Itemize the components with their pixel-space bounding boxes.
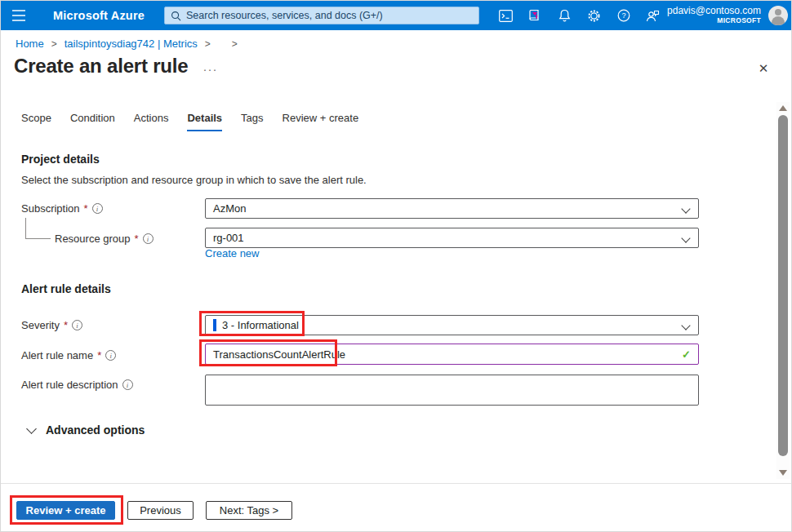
tab-actions[interactable]: Actions	[134, 112, 169, 131]
subscription-value: AzMon	[213, 202, 246, 215]
severity-color-bar-icon	[213, 319, 216, 331]
notifications-bell-icon[interactable]	[556, 7, 573, 24]
breadcrumb-separator: >	[51, 38, 57, 50]
hamburger-menu-icon[interactable]	[1, 1, 37, 30]
breadcrumb-separator: >	[205, 38, 211, 50]
help-icon[interactable]: ?	[615, 7, 632, 24]
top-bar: Microsoft Azure ?	[1, 1, 792, 30]
project-details-description: Select the subscription and resource gro…	[21, 174, 367, 186]
topbar-icon-group: ?	[497, 7, 661, 24]
info-icon[interactable]: i	[92, 203, 103, 214]
feedback-icon[interactable]	[644, 7, 661, 24]
alert-rule-name-label: Alert rule name * i	[21, 349, 116, 361]
alert-rule-details-heading: Alert rule details	[21, 282, 111, 295]
info-icon[interactable]: i	[143, 233, 154, 244]
chevron-down-icon	[681, 233, 690, 242]
user-email: pdavis@contoso.com	[667, 6, 761, 17]
resource-group-dropdown[interactable]: rg-001	[205, 228, 699, 248]
page-title: Create an alert rule	[14, 55, 188, 78]
subscription-dropdown[interactable]: AzMon	[205, 198, 699, 219]
azure-portal-window: Microsoft Azure ?	[0, 0, 792, 532]
chevron-down-icon	[681, 321, 690, 330]
alert-rule-description-input[interactable]	[205, 375, 699, 406]
scrollbar-thumb[interactable]	[778, 115, 788, 456]
cloud-shell-icon[interactable]	[497, 7, 514, 24]
search-icon	[171, 11, 181, 21]
info-icon[interactable]: i	[122, 379, 133, 390]
indent-connector	[25, 238, 51, 239]
project-details-heading: Project details	[21, 153, 100, 166]
resource-group-value: rg-001	[213, 232, 244, 244]
global-search-box[interactable]	[164, 7, 479, 24]
alert-rule-description-label: Alert rule description i	[21, 379, 133, 391]
account-info[interactable]: pdavis@contoso.com MICROSOFT	[667, 6, 761, 25]
scroll-up-arrow-icon[interactable]	[779, 105, 787, 111]
valid-checkmark-icon: ✓	[682, 348, 691, 361]
settings-gear-icon[interactable]	[585, 7, 603, 24]
next-tags-button[interactable]: Next: Tags >	[206, 501, 292, 520]
required-asterisk: *	[84, 202, 88, 215]
breadcrumb-separator: >	[232, 38, 238, 50]
breadcrumb-metrics-link[interactable]: tailspintoysdiag742 | Metrics	[65, 38, 198, 50]
chevron-down-icon	[681, 204, 690, 213]
tab-scope[interactable]: Scope	[21, 112, 51, 131]
breadcrumb: Home > tailspintoysdiag742 | Metrics > >	[16, 38, 238, 50]
alert-rule-name-value: TransactionsCountAlertRule	[213, 348, 345, 361]
avatar[interactable]	[768, 6, 788, 25]
scroll-down-arrow-icon[interactable]	[779, 470, 787, 476]
svg-text:?: ?	[621, 11, 625, 20]
advanced-options-label: Advanced options	[46, 423, 145, 437]
previous-button[interactable]: Previous	[127, 501, 194, 520]
directory-filter-icon[interactable]	[527, 7, 544, 24]
breadcrumb-home-link[interactable]: Home	[16, 38, 44, 50]
required-asterisk: *	[64, 319, 68, 331]
vertical-scrollbar[interactable]	[776, 102, 790, 479]
info-icon[interactable]: i	[105, 350, 116, 361]
required-asterisk: *	[135, 233, 139, 245]
microsoft-azure-logo[interactable]: Microsoft Azure	[53, 9, 145, 22]
tab-details[interactable]: Details	[187, 112, 222, 131]
tab-review-create[interactable]: Review + create	[283, 112, 359, 131]
severity-value: 3 - Informational	[222, 319, 299, 331]
chevron-down-icon	[26, 423, 37, 434]
wizard-tabs: Scope Condition Actions Details Tags Rev…	[21, 112, 358, 131]
subscription-label: Subscription * i	[21, 202, 103, 215]
resource-group-label: Resource group * i	[55, 233, 154, 245]
create-new-link[interactable]: Create new	[205, 247, 259, 259]
tab-condition[interactable]: Condition	[70, 112, 115, 131]
footer-divider	[1, 483, 792, 484]
more-options-ellipsis-icon[interactable]: ···	[202, 62, 217, 76]
tab-tags[interactable]: Tags	[241, 112, 263, 131]
user-organization: MICROSOFT	[667, 17, 761, 25]
close-icon[interactable]: ✕	[755, 60, 772, 77]
review-create-button[interactable]: Review + create	[16, 501, 115, 520]
severity-dropdown[interactable]: 3 - Informational	[205, 315, 699, 335]
severity-label: Severity * i	[21, 319, 82, 331]
search-input[interactable]	[186, 10, 473, 21]
advanced-options-toggle[interactable]: Advanced options	[28, 423, 145, 437]
indent-connector	[25, 218, 26, 238]
alert-rule-name-input[interactable]: TransactionsCountAlertRule ✓	[205, 344, 699, 365]
required-asterisk: *	[97, 349, 101, 361]
info-icon[interactable]: i	[72, 320, 82, 330]
